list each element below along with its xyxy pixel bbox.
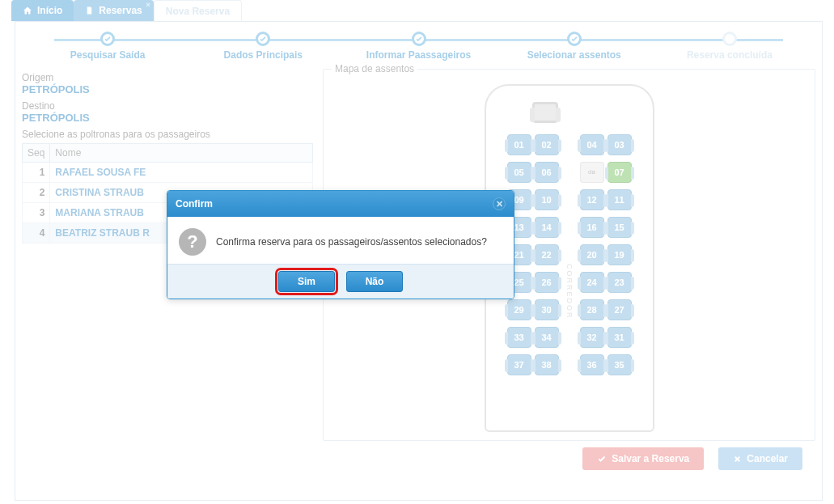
- cell-nome: RAFAEL SOUSA FE: [50, 163, 313, 183]
- tab-reservas[interactable]: Reservas ×: [74, 0, 153, 21]
- seat-20[interactable]: 20: [580, 244, 604, 265]
- seat-28[interactable]: 28: [580, 299, 604, 320]
- cell-seq: 3: [23, 203, 50, 223]
- x-icon: [733, 455, 742, 464]
- seat-05[interactable]: 05: [507, 162, 531, 183]
- origin-value: PETRÓPOLIS: [22, 83, 313, 95]
- origin-label: Origem: [22, 72, 313, 83]
- seat-31[interactable]: 31: [608, 327, 632, 348]
- seat-10[interactable]: 10: [535, 189, 559, 210]
- seat-38[interactable]: 38: [535, 354, 559, 375]
- tab-label: Reservas: [99, 5, 142, 16]
- seat-06[interactable]: 06: [535, 162, 559, 183]
- seat-34[interactable]: 34: [535, 327, 559, 348]
- dialog-no-button[interactable]: Não: [346, 271, 403, 292]
- dest-value: PETRÓPOLIS: [22, 112, 313, 124]
- tab-inicio[interactable]: Início: [11, 0, 74, 21]
- seat-23[interactable]: 23: [608, 272, 632, 293]
- select-hint: Selecione as poltronas para os passageir…: [22, 129, 313, 140]
- tab-nova-reserva[interactable]: Nova Reserva: [154, 0, 242, 21]
- seat-30[interactable]: 30: [535, 299, 559, 320]
- tab-label: Início: [37, 5, 62, 16]
- col-seq[interactable]: Seq: [23, 144, 50, 163]
- seat-15[interactable]: 15: [608, 217, 632, 238]
- step-dados: Dados Principais: [185, 32, 341, 61]
- seat-26[interactable]: 26: [535, 272, 559, 293]
- step-selecionar: Selecionar assentos: [497, 32, 652, 61]
- map-title: Mapa de assentos: [332, 63, 417, 74]
- save-button[interactable]: Salvar a Reserva: [582, 447, 704, 470]
- dialog-message: Confirma reserva para os passageiros/ass…: [216, 236, 487, 248]
- cell-seq: 4: [23, 223, 50, 244]
- seat-03[interactable]: 03: [608, 134, 632, 155]
- step-pesquisar: Pesquisar Saída: [30, 32, 185, 61]
- seat-35[interactable]: 35: [608, 354, 632, 375]
- step-concluida: Reserva concluída: [652, 32, 807, 61]
- dialog-yes-button[interactable]: Sim: [278, 271, 335, 292]
- confirm-dialog: Confirm ✕ ? Confirma reserva para os pas…: [167, 190, 514, 299]
- driver-seat-icon: [532, 102, 558, 123]
- seat-22[interactable]: 22: [535, 244, 559, 265]
- seat-33[interactable]: 33: [507, 327, 531, 348]
- seat-29[interactable]: 29: [507, 299, 531, 320]
- tab-label: Nova Reserva: [166, 6, 230, 17]
- check-icon: [597, 454, 607, 464]
- seat-11[interactable]: 11: [608, 189, 632, 210]
- seat-16[interactable]: 16: [580, 217, 604, 238]
- seat-36[interactable]: 36: [580, 354, 604, 375]
- home-icon: [23, 6, 32, 15]
- seat-14[interactable]: 14: [535, 217, 559, 238]
- seat-24[interactable]: 24: [580, 272, 604, 293]
- seat-37[interactable]: 37: [507, 354, 531, 375]
- dialog-title: Confirm: [176, 198, 213, 210]
- step-informar: Informar Paassageiros: [341, 32, 496, 61]
- seat-32[interactable]: 32: [580, 327, 604, 348]
- seat-07[interactable]: 07: [608, 162, 632, 183]
- cell-seq: 1: [23, 163, 50, 183]
- close-icon[interactable]: ×: [146, 1, 150, 9]
- seat-02[interactable]: 02: [535, 134, 559, 155]
- cell-seq: 2: [23, 183, 50, 203]
- question-icon: ?: [179, 228, 206, 256]
- dest-label: Destino: [22, 100, 313, 112]
- seat-19[interactable]: 19: [608, 244, 632, 265]
- seat-27[interactable]: 27: [608, 299, 632, 320]
- table-row[interactable]: 1RAFAEL SOUSA FE: [23, 163, 313, 183]
- col-nome[interactable]: Nome: [50, 144, 313, 163]
- file-icon: [85, 6, 94, 15]
- seat-12[interactable]: 12: [580, 189, 604, 210]
- cancel-button[interactable]: Cancelar: [718, 447, 802, 470]
- door-icon: da: [580, 162, 604, 183]
- stepper: Pesquisar Saída Dados Principais Informa…: [30, 32, 807, 61]
- seat-04[interactable]: 04: [580, 134, 604, 155]
- seat-01[interactable]: 01: [507, 134, 531, 155]
- dialog-close-button[interactable]: ✕: [493, 197, 506, 210]
